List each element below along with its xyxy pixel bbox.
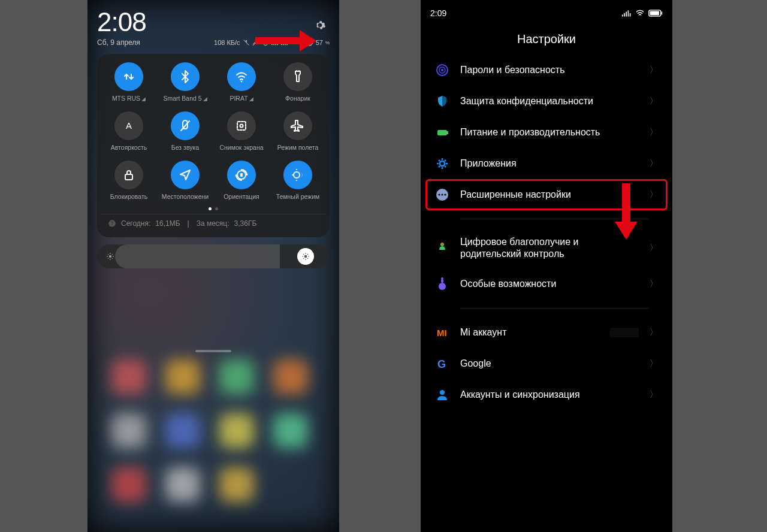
svg-point-57 (441, 69, 443, 71)
qs-tile-flashlight[interactable]: Фонарик (270, 62, 326, 102)
qs-tile-bluetooth[interactable]: Smart Band 5◢ (157, 62, 213, 102)
apps-gear-icon (435, 156, 449, 171)
qs-tile-data[interactable]: MTS RUS◢ (101, 62, 157, 102)
dots-icon (435, 188, 449, 202)
qs-tile-orientation[interactable]: Ориентация (213, 161, 270, 200)
qs-tile-airplane[interactable]: Режим полета (270, 111, 326, 151)
chevron-right-icon: 〉 (650, 65, 658, 75)
dark-icon (283, 161, 312, 189)
mi-icon: MI (435, 325, 449, 340)
svg-point-19 (240, 125, 243, 128)
svg-line-67 (439, 166, 440, 167)
gear-icon[interactable] (314, 19, 326, 31)
svg-point-72 (444, 194, 446, 195)
privacy-icon (435, 94, 449, 108)
svg-text:G: G (437, 358, 446, 370)
svg-rect-49 (626, 12, 627, 17)
bluetooth-icon (171, 62, 200, 91)
flashlight-icon (283, 62, 312, 91)
svg-text:MI: MI (437, 328, 447, 338)
chevron-right-icon: 〉 (650, 279, 658, 289)
svg-line-34 (108, 254, 108, 255)
google-icon: G (435, 356, 449, 371)
qs-tile-mute[interactable]: Без звука (157, 111, 213, 151)
svg-line-65 (439, 160, 440, 161)
svg-line-45 (303, 258, 304, 259)
orientation-icon (227, 161, 256, 189)
page-indicator (101, 207, 326, 210)
account-badge (610, 328, 639, 337)
status-bar: 2:09 (421, 0, 672, 22)
svg-rect-20 (125, 174, 132, 180)
chevron-right-icon: 〉 (650, 127, 658, 138)
wellbeing-icon (435, 241, 449, 255)
fingerprint-icon (435, 63, 449, 77)
svg-line-66 (445, 166, 446, 167)
chevron-right-icon: 〉 (650, 327, 658, 338)
settings-item-privacy[interactable]: Защита конфиденциальности〉 (429, 86, 664, 117)
svg-text:A: A (126, 120, 132, 131)
battery-icon (648, 9, 663, 17)
settings-item-mi[interactable]: MIMi аккаунт〉 (429, 317, 664, 348)
settings-item-accessibility[interactable]: Особые возможности〉 (429, 268, 664, 300)
signal-icon (622, 10, 632, 17)
settings-item-account[interactable]: Аккаунты и синхронизация〉 (429, 379, 664, 410)
svg-point-77 (441, 277, 443, 280)
data-usage-row[interactable]: ? Сегодня: 16,1МБ | За месяц: 3,36ГБ (101, 214, 326, 232)
chevron-right-icon: 〉 (650, 189, 658, 200)
qs-tile-wifi[interactable]: PIRAT◢ (213, 62, 270, 102)
chevron-right-icon: 〉 (650, 96, 658, 107)
settings-item-apps-gear[interactable]: Приложения〉 (429, 148, 664, 179)
drag-handle[interactable] (195, 350, 231, 352)
clock-time: 2:08 (97, 7, 146, 37)
qs-tile-brightness-a[interactable]: AАвтояркость (101, 111, 157, 151)
svg-rect-58 (437, 130, 447, 135)
airplane-icon (283, 111, 312, 140)
svg-line-43 (303, 254, 304, 255)
battery-icon (435, 125, 449, 140)
svg-line-68 (445, 160, 446, 161)
date-label: Сб, 9 апреля (97, 38, 140, 47)
svg-text:?: ? (111, 221, 114, 226)
svg-rect-22 (240, 173, 243, 177)
svg-point-74 (441, 243, 443, 245)
data-icon (114, 62, 143, 91)
svg-rect-47 (622, 14, 623, 16)
svg-rect-54 (650, 11, 659, 16)
svg-rect-48 (624, 13, 625, 17)
settings-item-google[interactable]: GGoogle〉 (429, 348, 664, 379)
location-icon (171, 161, 200, 189)
wifi-icon (227, 62, 256, 91)
qs-tile-screenshot[interactable]: Снимок экрана (213, 111, 270, 151)
qs-tile-dark[interactable]: Темный режим (270, 161, 326, 200)
svg-point-60 (440, 161, 445, 166)
svg-point-23 (294, 172, 300, 178)
svg-rect-51 (630, 13, 631, 17)
svg-point-38 (304, 255, 307, 258)
brightness-thumb[interactable] (297, 248, 314, 265)
svg-rect-53 (661, 11, 662, 14)
svg-line-35 (112, 258, 113, 259)
brightness-slider[interactable] (97, 244, 330, 268)
brightness-low-icon (105, 252, 115, 261)
svg-rect-50 (628, 10, 629, 16)
svg-line-44 (307, 258, 308, 259)
svg-line-46 (307, 254, 308, 255)
svg-point-75 (439, 283, 446, 290)
page-title: Настройки (421, 22, 672, 55)
chevron-right-icon: 〉 (650, 389, 658, 400)
svg-point-80 (440, 390, 445, 395)
svg-rect-18 (237, 122, 246, 130)
chevron-right-icon: 〉 (650, 358, 658, 369)
brightness-a-icon: A (114, 111, 143, 140)
svg-line-36 (108, 258, 108, 259)
settings-item-battery[interactable]: Питание и производительность〉 (429, 117, 664, 148)
phone-left-notification-shade: 2:08 Сб, 9 апреля 108 КБ/с 57% MTS RUS◢S… (87, 0, 339, 532)
qs-tile-location[interactable]: Местоположени (157, 161, 213, 200)
settings-item-fingerprint[interactable]: Пароли и безопасность〉 (429, 55, 664, 86)
svg-line-37 (112, 254, 113, 255)
chevron-right-icon: 〉 (650, 243, 658, 253)
clock-time: 2:09 (430, 8, 446, 18)
qs-tile-lock[interactable]: Блокировать (101, 161, 157, 200)
svg-rect-59 (447, 131, 448, 134)
